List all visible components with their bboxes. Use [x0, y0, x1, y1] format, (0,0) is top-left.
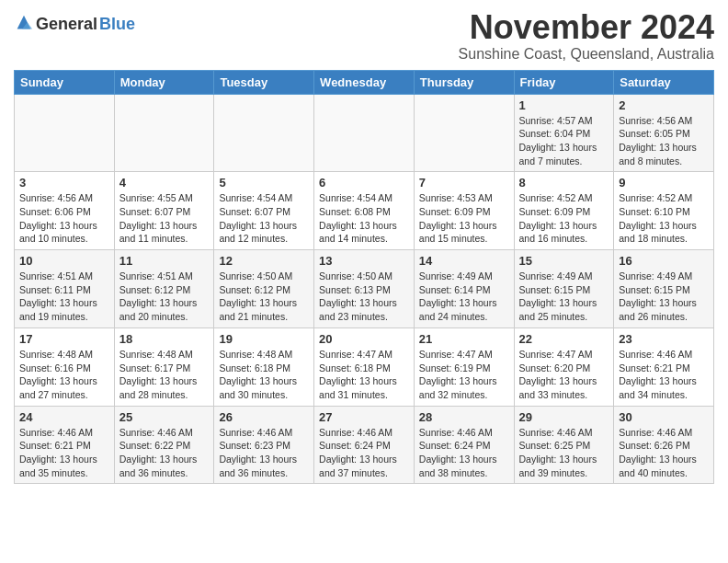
day-header-thursday: Thursday: [414, 70, 514, 94]
calendar-cell: [314, 94, 415, 172]
calendar-cell: 16Sunrise: 4:49 AMSunset: 6:15 PMDayligh…: [614, 250, 714, 328]
day-number: 23: [619, 332, 709, 346]
day-header-tuesday: Tuesday: [214, 70, 314, 94]
calendar-cell: 3Sunrise: 4:56 AMSunset: 6:06 PMDaylight…: [15, 172, 115, 250]
day-number: 13: [319, 254, 409, 268]
calendar-cell: 6Sunrise: 4:54 AMSunset: 6:08 PMDaylight…: [314, 172, 415, 250]
calendar-cell: 26Sunrise: 4:46 AMSunset: 6:23 PMDayligh…: [214, 406, 314, 484]
day-number: 20: [319, 332, 409, 346]
calendar-cell: 1Sunrise: 4:57 AMSunset: 6:04 PMDaylight…: [514, 94, 614, 172]
day-number: 28: [419, 410, 509, 424]
day-detail: Sunrise: 4:48 AMSunset: 6:16 PMDaylight:…: [19, 348, 109, 402]
day-detail: Sunrise: 4:57 AMSunset: 6:04 PMDaylight:…: [519, 114, 609, 168]
day-detail: Sunrise: 4:47 AMSunset: 6:18 PMDaylight:…: [319, 348, 409, 402]
day-number: 8: [519, 176, 609, 190]
calendar-cell: 27Sunrise: 4:46 AMSunset: 6:24 PMDayligh…: [314, 406, 415, 484]
day-detail: Sunrise: 4:46 AMSunset: 6:22 PMDaylight:…: [119, 426, 210, 480]
calendar-cell: 10Sunrise: 4:51 AMSunset: 6:11 PMDayligh…: [15, 250, 115, 328]
day-number: 12: [219, 254, 309, 268]
day-detail: Sunrise: 4:52 AMSunset: 6:10 PMDaylight:…: [619, 191, 709, 246]
calendar-cell: 17Sunrise: 4:48 AMSunset: 6:16 PMDayligh…: [15, 327, 115, 406]
day-number: 24: [19, 410, 109, 424]
day-header-sunday: Sunday: [15, 70, 115, 94]
title-area: November 2024 Sunshine Coast, Queensland…: [459, 9, 714, 63]
day-number: 7: [419, 176, 509, 190]
day-detail: Sunrise: 4:47 AMSunset: 6:20 PMDaylight:…: [519, 348, 609, 402]
calendar-table: SundayMondayTuesdayWednesdayThursdayFrid…: [14, 70, 714, 485]
day-number: 1: [519, 98, 609, 112]
day-number: 3: [19, 176, 109, 190]
month-title: November 2024: [459, 9, 714, 46]
day-detail: Sunrise: 4:56 AMSunset: 6:05 PMDaylight:…: [619, 114, 709, 168]
calendar-cell: 2Sunrise: 4:56 AMSunset: 6:05 PMDaylight…: [614, 94, 714, 172]
day-detail: Sunrise: 4:48 AMSunset: 6:17 PMDaylight:…: [119, 348, 210, 402]
day-detail: Sunrise: 4:56 AMSunset: 6:06 PMDaylight:…: [19, 191, 109, 246]
calendar-cell: 29Sunrise: 4:46 AMSunset: 6:25 PMDayligh…: [514, 406, 614, 484]
calendar-cell: [414, 94, 514, 172]
page-header: GeneralBlue November 2024 Sunshine Coast…: [14, 9, 714, 63]
day-number: 21: [419, 332, 509, 346]
calendar-cell: 20Sunrise: 4:47 AMSunset: 6:18 PMDayligh…: [314, 327, 415, 406]
calendar-cell: 30Sunrise: 4:46 AMSunset: 6:26 PMDayligh…: [614, 406, 714, 484]
day-header-monday: Monday: [114, 70, 214, 94]
day-detail: Sunrise: 4:46 AMSunset: 6:26 PMDaylight:…: [619, 426, 709, 480]
calendar-cell: 14Sunrise: 4:49 AMSunset: 6:14 PMDayligh…: [414, 250, 514, 328]
calendar-cell: [214, 94, 314, 172]
day-header-saturday: Saturday: [614, 70, 714, 94]
day-detail: Sunrise: 4:47 AMSunset: 6:19 PMDaylight:…: [419, 348, 509, 402]
day-detail: Sunrise: 4:50 AMSunset: 6:12 PMDaylight:…: [219, 270, 309, 324]
calendar-cell: 23Sunrise: 4:46 AMSunset: 6:21 PMDayligh…: [614, 327, 714, 406]
week-row-2: 3Sunrise: 4:56 AMSunset: 6:06 PMDaylight…: [15, 172, 714, 250]
calendar-header-row: SundayMondayTuesdayWednesdayThursdayFrid…: [15, 70, 714, 94]
calendar-cell: 15Sunrise: 4:49 AMSunset: 6:15 PMDayligh…: [514, 250, 614, 328]
calendar-cell: [114, 94, 214, 172]
calendar-cell: 12Sunrise: 4:50 AMSunset: 6:12 PMDayligh…: [214, 250, 314, 328]
day-number: 6: [319, 176, 409, 190]
day-number: 19: [219, 332, 309, 346]
day-detail: Sunrise: 4:51 AMSunset: 6:11 PMDaylight:…: [19, 270, 109, 324]
day-detail: Sunrise: 4:49 AMSunset: 6:14 PMDaylight:…: [419, 270, 509, 324]
day-number: 25: [119, 410, 210, 424]
day-detail: Sunrise: 4:46 AMSunset: 6:23 PMDaylight:…: [219, 426, 309, 480]
day-detail: Sunrise: 4:54 AMSunset: 6:08 PMDaylight:…: [319, 191, 409, 246]
day-number: 29: [519, 410, 609, 424]
day-number: 2: [619, 98, 709, 112]
day-number: 30: [619, 410, 709, 424]
logo: GeneralBlue: [14, 14, 135, 34]
calendar-cell: 13Sunrise: 4:50 AMSunset: 6:13 PMDayligh…: [314, 250, 415, 328]
calendar-cell: 25Sunrise: 4:46 AMSunset: 6:22 PMDayligh…: [114, 406, 214, 484]
day-number: 10: [19, 254, 109, 268]
day-detail: Sunrise: 4:55 AMSunset: 6:07 PMDaylight:…: [119, 191, 210, 246]
logo-icon: [14, 14, 34, 34]
day-number: 15: [519, 254, 609, 268]
day-detail: Sunrise: 4:52 AMSunset: 6:09 PMDaylight:…: [519, 191, 609, 246]
week-row-4: 17Sunrise: 4:48 AMSunset: 6:16 PMDayligh…: [15, 327, 714, 406]
logo-blue-text: Blue: [99, 15, 135, 34]
day-header-wednesday: Wednesday: [314, 70, 415, 94]
calendar-cell: 11Sunrise: 4:51 AMSunset: 6:12 PMDayligh…: [114, 250, 214, 328]
day-detail: Sunrise: 4:50 AMSunset: 6:13 PMDaylight:…: [319, 270, 409, 324]
day-detail: Sunrise: 4:46 AMSunset: 6:25 PMDaylight:…: [519, 426, 609, 480]
day-number: 27: [319, 410, 409, 424]
day-detail: Sunrise: 4:48 AMSunset: 6:18 PMDaylight:…: [219, 348, 309, 402]
calendar-cell: 18Sunrise: 4:48 AMSunset: 6:17 PMDayligh…: [114, 327, 214, 406]
calendar-cell: 8Sunrise: 4:52 AMSunset: 6:09 PMDaylight…: [514, 172, 614, 250]
day-number: 5: [219, 176, 309, 190]
week-row-5: 24Sunrise: 4:46 AMSunset: 6:21 PMDayligh…: [15, 406, 714, 484]
day-detail: Sunrise: 4:54 AMSunset: 6:07 PMDaylight:…: [219, 191, 309, 246]
day-number: 18: [119, 332, 210, 346]
day-detail: Sunrise: 4:46 AMSunset: 6:21 PMDaylight:…: [19, 426, 109, 480]
day-number: 26: [219, 410, 309, 424]
week-row-1: 1Sunrise: 4:57 AMSunset: 6:04 PMDaylight…: [15, 94, 714, 172]
day-detail: Sunrise: 4:51 AMSunset: 6:12 PMDaylight:…: [119, 270, 210, 324]
day-detail: Sunrise: 4:53 AMSunset: 6:09 PMDaylight:…: [419, 191, 509, 246]
calendar-cell: 19Sunrise: 4:48 AMSunset: 6:18 PMDayligh…: [214, 327, 314, 406]
calendar-cell: 9Sunrise: 4:52 AMSunset: 6:10 PMDaylight…: [614, 172, 714, 250]
calendar-cell: 21Sunrise: 4:47 AMSunset: 6:19 PMDayligh…: [414, 327, 514, 406]
day-detail: Sunrise: 4:46 AMSunset: 6:24 PMDaylight:…: [319, 426, 409, 480]
calendar-cell: 4Sunrise: 4:55 AMSunset: 6:07 PMDaylight…: [114, 172, 214, 250]
day-detail: Sunrise: 4:46 AMSunset: 6:24 PMDaylight:…: [419, 426, 509, 480]
day-number: 16: [619, 254, 709, 268]
day-detail: Sunrise: 4:46 AMSunset: 6:21 PMDaylight:…: [619, 348, 709, 402]
day-number: 22: [519, 332, 609, 346]
